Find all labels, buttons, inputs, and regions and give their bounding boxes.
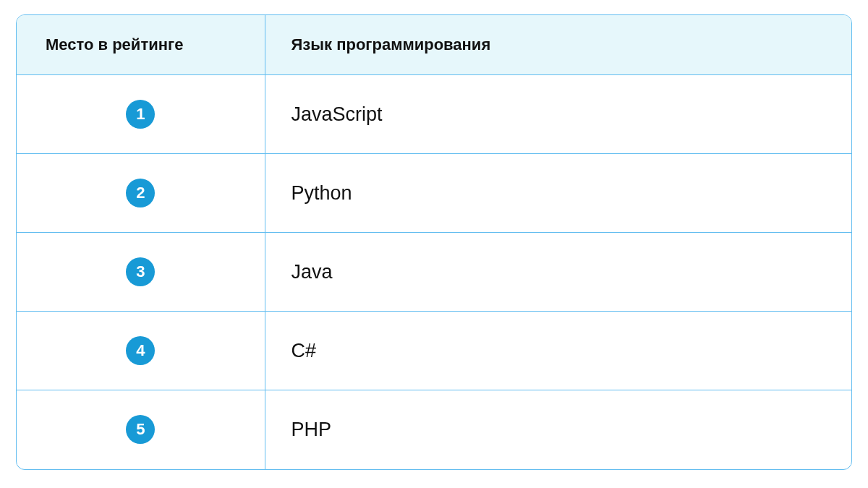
header-rank: Место в рейтинге (17, 15, 265, 75)
language-cell: C# (265, 312, 851, 390)
rank-badge-icon: 4 (126, 336, 155, 365)
rank-cell: 2 (17, 154, 265, 233)
rank-cell: 4 (17, 312, 265, 390)
rank-badge-icon: 2 (126, 179, 155, 207)
language-cell: Python (265, 154, 851, 233)
rank-badge-icon: 5 (126, 415, 155, 444)
language-cell: Java (265, 233, 851, 312)
rank-badge-icon: 1 (126, 100, 155, 129)
rank-cell: 3 (17, 233, 265, 312)
table-row: 2 Python (17, 154, 851, 233)
table-row: 5 PHP (17, 390, 851, 469)
ranking-table: Место в рейтинге Язык программирования 1… (17, 15, 851, 469)
table-row: 3 Java (17, 233, 851, 312)
language-cell: PHP (265, 390, 851, 469)
ranking-table-container: Место в рейтинге Язык программирования 1… (16, 14, 852, 470)
rank-badge-icon: 3 (126, 257, 155, 286)
rank-cell: 1 (17, 75, 265, 154)
rank-cell: 5 (17, 390, 265, 469)
language-cell: JavaScript (265, 75, 851, 154)
table-header-row: Место в рейтинге Язык программирования (17, 15, 851, 75)
header-language: Язык программирования (265, 15, 851, 75)
table-row: 4 C# (17, 312, 851, 390)
table-row: 1 JavaScript (17, 75, 851, 154)
